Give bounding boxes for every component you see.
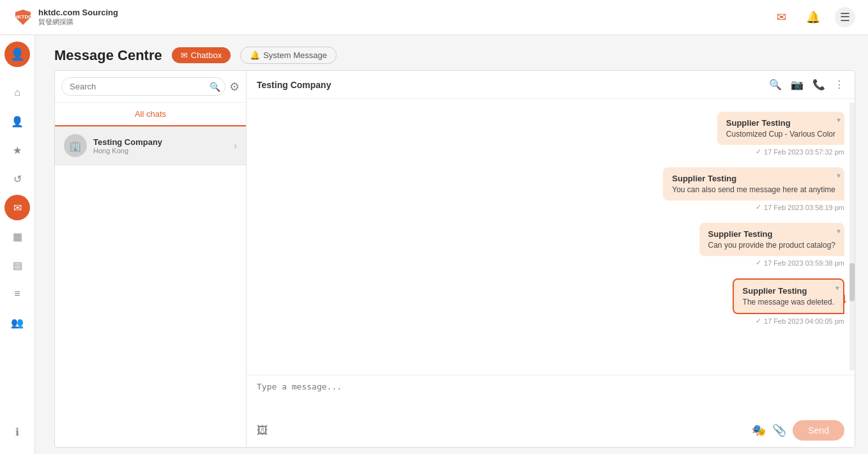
sidebar-item-favorites[interactable]: ★: [4, 137, 30, 163]
chat-item-avatar: 🏢: [64, 134, 87, 157]
scrollbar-thumb[interactable]: [849, 263, 855, 301]
page-header: Message Centre ✉ Chatbox 🔔 System Messag…: [35, 35, 868, 70]
message-text-2: You can also send me message here at any…: [672, 185, 835, 194]
svg-text:HKTDC: HKTDC: [14, 14, 32, 20]
system-message-tab-button[interactable]: 🔔 System Message: [240, 47, 337, 64]
chatbox-tab-label: Chatbox: [191, 50, 222, 60]
message-dropdown-icon-3[interactable]: ▾: [837, 227, 841, 236]
message-toolbar: 🖼 🎭 📎 Send: [257, 416, 844, 441]
logo-name: hktdc.com Sourcing: [38, 8, 118, 17]
chat-item-arrow-icon: ›: [234, 140, 237, 151]
attachment-icon[interactable]: 🖼: [257, 424, 268, 437]
top-nav: HKTDC hktdc.com Sourcing 貿發網採購 ✉ 🔔 ☰: [0, 0, 868, 35]
hamburger-menu-button[interactable]: ☰: [835, 7, 855, 27]
settings-icon[interactable]: ⚙: [229, 80, 240, 94]
message-sender-2: Supplier Testing: [672, 174, 835, 183]
paperclip-icon[interactable]: 📎: [772, 423, 786, 437]
toolbar-right: 🎭 📎 Send: [752, 420, 844, 441]
more-options-icon[interactable]: ⋮: [834, 79, 844, 91]
check-icon-2: ✓: [756, 203, 761, 211]
message-sender-3: Supplier Testing: [708, 229, 835, 239]
message-time-2: ✓ 17 Feb 2023 03:58:19 pm: [756, 203, 844, 211]
page-title: Message Centre: [54, 47, 162, 64]
left-sidebar: 👤 ⌂ 👤 ★ ↺ ✉ ▦ ▤ ≡ 👥 ℹ: [0, 35, 35, 454]
message-block-3: ▾ Supplier Testing Can you provide the p…: [257, 223, 844, 267]
sidebar-item-home[interactable]: ⌂: [4, 80, 30, 105]
message-bubble-3: ▾ Supplier Testing Can you provide the p…: [699, 223, 844, 256]
search-input-wrap: 🔍: [61, 77, 225, 96]
chat-item-info: Testing Company Hong Kong: [93, 137, 227, 155]
message-sender-1: Supplier Testing: [726, 118, 835, 128]
chat-list-sidebar: 🔍 ⚙ All chats 🏢 Testing Company Hong Kon…: [55, 71, 247, 447]
sidebar-item-list[interactable]: ▤: [4, 252, 30, 278]
search-input[interactable]: [61, 77, 225, 96]
sidebar-item-history[interactable]: ↺: [4, 166, 30, 192]
message-block-4: ▾ Supplier Testing The message was delet…: [257, 278, 844, 325]
check-icon-3: ✓: [756, 259, 761, 267]
system-message-tab-label: System Message: [263, 50, 327, 60]
logo-name-zh: 貿發網採購: [38, 17, 118, 27]
scrollbar-track[interactable]: [849, 103, 855, 370]
message-sender-4: Supplier Testing: [743, 286, 834, 296]
chat-main: Testing Company 🔍 📷 📞 ⋮ ▾ Supplier: [247, 71, 855, 447]
logo-area: HKTDC hktdc.com Sourcing 貿發網採購: [13, 7, 118, 27]
search-bar: 🔍 ⚙: [55, 71, 246, 103]
send-button[interactable]: Send: [793, 420, 844, 441]
message-text-3: Can you provide the product catalog?: [708, 241, 835, 250]
message-input-area: 🖼 🎭 📎 Send: [247, 375, 855, 447]
main-layout: 👤 ⌂ 👤 ★ ↺ ✉ ▦ ▤ ≡ 👥 ℹ Message Centre ✉ C…: [0, 35, 868, 454]
message-bubble-1: ▾ Supplier Testing Customized Cup - Vari…: [717, 112, 844, 145]
all-chats-label: All chats: [55, 103, 246, 126]
message-bubble-4-deleted: ▾ Supplier Testing The message was delet…: [733, 278, 844, 314]
sidebar-item-catalog[interactable]: ▦: [4, 223, 30, 249]
search-chat-icon[interactable]: 🔍: [769, 79, 782, 91]
hktdc-logo-icon: HKTDC: [13, 7, 33, 27]
chat-header-icons: 🔍 📷 📞 ⋮: [769, 79, 844, 91]
message-input[interactable]: [257, 382, 844, 414]
message-time-3: ✓ 17 Feb 2023 03:59:38 pm: [756, 259, 844, 267]
emoji-icon[interactable]: 🎭: [752, 423, 766, 437]
chat-panel: 🔍 ⚙ All chats 🏢 Testing Company Hong Kon…: [54, 70, 855, 448]
chat-contact-name: Testing Company: [257, 80, 331, 90]
sidebar-item-menu[interactable]: ≡: [4, 281, 30, 306]
message-time-1: ✓ 17 Feb 2023 03:57:32 pm: [756, 148, 844, 156]
message-text-4: The message was deleted.: [743, 298, 834, 306]
message-bubble-2: ▾ Supplier Testing You can also send me …: [663, 167, 844, 201]
check-icon-4: ✓: [756, 317, 761, 325]
message-dropdown-icon-4[interactable]: ▾: [835, 284, 839, 292]
bell-icon-button[interactable]: 🔔: [803, 7, 823, 27]
nav-icons: ✉ 🔔 ☰: [771, 7, 855, 27]
chat-item-location: Hong Kong: [93, 147, 227, 155]
sidebar-bottom: ℹ: [4, 419, 30, 454]
content-area: Message Centre ✉ Chatbox 🔔 System Messag…: [35, 35, 868, 454]
message-time-4: ✓ 17 Feb 2023 04:00:05 pm: [756, 317, 844, 325]
message-dropdown-icon-2[interactable]: ▾: [837, 171, 841, 180]
messages-area: ▾ Supplier Testing Customized Cup - Vari…: [247, 99, 855, 375]
chat-item-name: Testing Company: [93, 137, 227, 147]
check-icon-1: ✓: [756, 148, 761, 156]
chatbox-tab-button[interactable]: ✉ Chatbox: [172, 47, 231, 63]
sidebar-user-avatar[interactable]: 👤: [4, 42, 30, 67]
mail-icon-button[interactable]: ✉: [771, 7, 791, 27]
sidebar-item-messages[interactable]: ✉: [4, 195, 30, 220]
message-block-1: ▾ Supplier Testing Customized Cup - Vari…: [257, 112, 844, 156]
phone-call-icon[interactable]: 📞: [812, 79, 825, 91]
message-block-2: ▾ Supplier Testing You can also send me …: [257, 167, 844, 211]
video-call-icon[interactable]: 📷: [791, 79, 803, 91]
chat-list-item[interactable]: 🏢 Testing Company Hong Kong ›: [55, 126, 246, 165]
message-text-1: Customized Cup - Various Color: [726, 130, 835, 139]
toolbar-left-icons: 🖼: [257, 424, 268, 437]
search-icon: 🔍: [209, 82, 220, 92]
sidebar-item-info[interactable]: ℹ: [4, 419, 30, 444]
bell-small-icon: 🔔: [250, 50, 260, 60]
message-dropdown-icon-1[interactable]: ▾: [837, 116, 841, 125]
sidebar-item-profile[interactable]: 👤: [4, 109, 30, 134]
logo-text: hktdc.com Sourcing 貿發網採購: [38, 8, 118, 27]
chatbox-tab-icon: ✉: [181, 50, 188, 60]
chat-header: Testing Company 🔍 📷 📞 ⋮: [247, 71, 855, 99]
sidebar-item-team[interactable]: 👥: [4, 310, 30, 335]
